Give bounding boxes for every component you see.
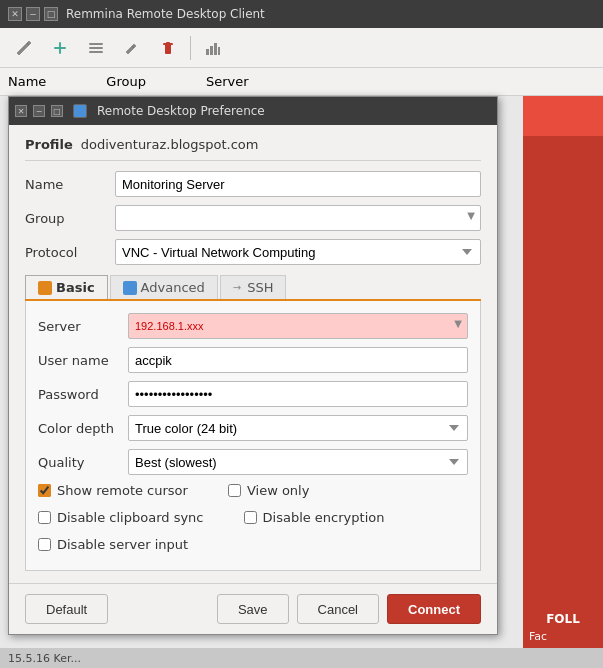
add-button[interactable] xyxy=(44,32,76,64)
connect-button[interactable]: Connect xyxy=(387,594,481,624)
disable-server-input-row: Disable server input xyxy=(38,537,468,552)
disable-server-input-label: Disable server input xyxy=(57,537,188,552)
delete-button[interactable] xyxy=(152,32,184,64)
view-only-label: View only xyxy=(247,483,309,498)
group-input[interactable] xyxy=(115,205,481,231)
dialog-window: ✕ − □ Remote Desktop Preference Profile … xyxy=(8,96,498,635)
default-button[interactable]: Default xyxy=(25,594,108,624)
tab-advanced-label: Advanced xyxy=(141,280,205,295)
quality-label: Quality xyxy=(38,455,128,470)
toolbar-separator xyxy=(190,36,191,60)
title-bar: ✕ − □ Remmina Remote Desktop Client xyxy=(0,0,603,28)
dialog-title: Remote Desktop Preference xyxy=(97,104,265,118)
dialog-footer: Default Save Cancel Connect xyxy=(9,583,497,634)
view-only-row: View only xyxy=(228,483,309,498)
protocol-select[interactable]: VNC - Virtual Network Computing RDP - Re… xyxy=(115,239,481,265)
name-row: Name xyxy=(25,171,481,197)
checkbox-group-1: Show remote cursor View only xyxy=(38,483,468,504)
dialog-close-btn[interactable]: ✕ xyxy=(15,105,27,117)
svg-rect-1 xyxy=(54,47,66,49)
close-btn[interactable]: ✕ xyxy=(8,7,22,21)
window-controls: ✕ − □ xyxy=(8,7,58,21)
disable-clipboard-row: Disable clipboard sync xyxy=(38,510,204,525)
list-icon xyxy=(87,39,105,57)
name-input[interactable] xyxy=(115,171,481,197)
disable-server-input-checkbox[interactable] xyxy=(38,538,51,551)
profile-label: Profile xyxy=(25,137,73,152)
password-input[interactable] xyxy=(128,381,468,407)
toolbar xyxy=(0,28,603,68)
tab-ssh-label: SSH xyxy=(247,280,273,295)
protocol-label: Protocol xyxy=(25,245,115,260)
edit-button[interactable] xyxy=(116,32,148,64)
side-panel-top xyxy=(523,96,603,136)
password-row: Password xyxy=(38,381,468,407)
col-name: Name xyxy=(8,74,46,89)
basic-tab-icon xyxy=(38,281,52,295)
password-label: Password xyxy=(38,387,128,402)
tabs-container: Basic Advanced → SSH xyxy=(25,275,481,301)
svg-rect-11 xyxy=(218,47,220,55)
dialog-maximize-btn[interactable]: □ xyxy=(51,105,63,117)
tab-ssh[interactable]: → SSH xyxy=(220,275,287,299)
color-depth-label: Color depth xyxy=(38,421,128,436)
disable-clipboard-checkbox[interactable] xyxy=(38,511,51,524)
group-dropdown-icon: ▼ xyxy=(467,210,475,221)
tab-advanced[interactable]: Advanced xyxy=(110,275,218,299)
follow-label: FOLL xyxy=(523,608,603,630)
svg-rect-10 xyxy=(214,43,217,55)
svg-rect-8 xyxy=(206,49,209,55)
checkbox-group-2: Disable clipboard sync Disable encryptio… xyxy=(38,510,468,531)
quality-row: Quality Best (slowest) Medium Poor (fast… xyxy=(38,449,468,475)
show-remote-cursor-label: Show remote cursor xyxy=(57,483,188,498)
status-text: 15.5.16 Ker... xyxy=(8,652,81,665)
app-window: ✕ − □ Remmina Remote Desktop Client xyxy=(0,0,603,668)
group-row: Group ▼ xyxy=(25,205,481,231)
save-button[interactable]: Save xyxy=(217,594,289,624)
disable-encryption-label: Disable encryption xyxy=(263,510,385,525)
svg-rect-3 xyxy=(89,47,103,49)
server-dropdown-icon: ▼ xyxy=(454,318,462,329)
minimize-btn[interactable]: − xyxy=(26,7,40,21)
dialog-title-bar: ✕ − □ Remote Desktop Preference xyxy=(9,97,497,125)
server-label: Server xyxy=(38,319,128,334)
show-remote-cursor-checkbox[interactable] xyxy=(38,484,51,497)
stats-icon xyxy=(204,39,222,57)
ssh-tab-arrow: → xyxy=(233,282,241,293)
show-remote-cursor-row: Show remote cursor xyxy=(38,483,188,498)
svg-rect-5 xyxy=(165,44,171,54)
disable-encryption-checkbox[interactable] xyxy=(244,511,257,524)
server-row: Server ▼ xyxy=(38,313,468,339)
quality-select[interactable]: Best (slowest) Medium Poor (fastest) xyxy=(128,449,468,475)
view-only-checkbox[interactable] xyxy=(228,484,241,497)
username-input[interactable] xyxy=(128,347,468,373)
list-button[interactable] xyxy=(80,32,112,64)
profile-row: Profile dodiventuraz.blogspot.com xyxy=(25,137,481,161)
color-depth-select[interactable]: True color (24 bit) True color (32 bit) … xyxy=(128,415,468,441)
app-title: Remmina Remote Desktop Client xyxy=(66,7,265,21)
dialog-icon xyxy=(73,104,87,118)
disable-clipboard-label: Disable clipboard sync xyxy=(57,510,204,525)
color-depth-row: Color depth True color (24 bit) True col… xyxy=(38,415,468,441)
plus-icon xyxy=(51,39,69,57)
svg-rect-2 xyxy=(89,43,103,45)
cancel-button[interactable]: Cancel xyxy=(297,594,379,624)
side-panel xyxy=(523,96,603,668)
stats-button[interactable] xyxy=(197,32,229,64)
server-input[interactable] xyxy=(128,313,468,339)
disable-encryption-row: Disable encryption xyxy=(244,510,385,525)
facebook-label: Fac xyxy=(525,628,601,645)
advanced-tab-icon xyxy=(123,281,137,295)
trash-icon xyxy=(159,39,177,57)
dialog-minimize-btn[interactable]: − xyxy=(33,105,45,117)
pencil-icon xyxy=(15,39,33,57)
tab-basic[interactable]: Basic xyxy=(25,275,108,299)
svg-rect-7 xyxy=(166,42,170,44)
col-server: Server xyxy=(206,74,249,89)
tab-content-basic: Server ▼ User name Password xyxy=(25,301,481,571)
new-connection-button[interactable] xyxy=(8,32,40,64)
name-label: Name xyxy=(25,177,115,192)
maximize-btn[interactable]: □ xyxy=(44,7,58,21)
profile-value: dodiventuraz.blogspot.com xyxy=(81,137,259,152)
username-label: User name xyxy=(38,353,128,368)
